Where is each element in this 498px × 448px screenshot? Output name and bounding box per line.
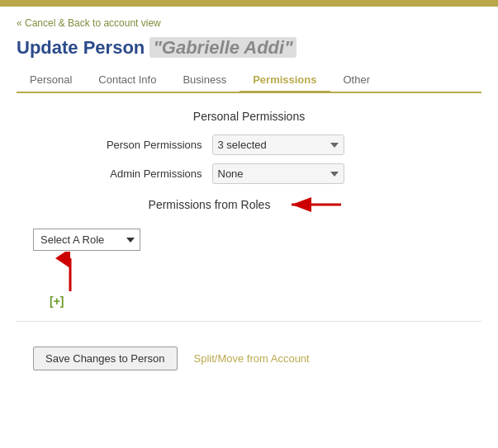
person-permissions-label: Person Permissions [92, 139, 212, 151]
arrow-up-icon [50, 252, 116, 293]
admin-permissions-select[interactable]: None [212, 163, 344, 184]
bottom-actions: Save Changes to Person Split/Move from A… [17, 347, 481, 370]
tab-other[interactable]: Other [330, 68, 384, 92]
add-role-link[interactable]: [+] [50, 295, 64, 308]
personal-permissions-section: Personal Permissions Person Permissions … [92, 110, 406, 184]
tab-personal[interactable]: Personal [17, 68, 85, 92]
tab-permissions[interactable]: Permissions [240, 68, 330, 93]
tab-business[interactable]: Business [169, 68, 240, 92]
tabs-container: Personal Contact Info Business Permissio… [17, 68, 481, 93]
roles-header: Permissions from Roles [17, 192, 481, 217]
update-person-label: Update Person [17, 37, 145, 58]
select-role-dropdown[interactable]: Select A Role [33, 229, 140, 251]
personal-permissions-title: Personal Permissions [92, 110, 406, 123]
arrow-right-icon [283, 192, 349, 217]
permissions-from-roles-section: Permissions from Roles Select A Role [17, 192, 481, 308]
save-button[interactable]: Save Changes to Person [33, 347, 178, 370]
person-permissions-select[interactable]: 3 selected [212, 134, 344, 155]
permissions-from-roles-title: Permissions from Roles [149, 198, 271, 211]
page-title: Update Person "Gabrielle Addi" [17, 37, 481, 59]
admin-permissions-row: Admin Permissions None [92, 163, 406, 184]
split-move-link[interactable]: Split/Move from Account [194, 352, 310, 365]
admin-permissions-label: Admin Permissions [92, 167, 212, 180]
top-bar [0, 0, 498, 7]
cancel-link[interactable]: « Cancel & Back to account view [17, 17, 161, 29]
tab-contact-info[interactable]: Contact Info [85, 68, 169, 92]
roles-row: Select A Role [17, 229, 481, 251]
person-permissions-row: Person Permissions 3 selected [92, 134, 406, 155]
person-name: "Gabrielle Addi" [149, 37, 296, 58]
